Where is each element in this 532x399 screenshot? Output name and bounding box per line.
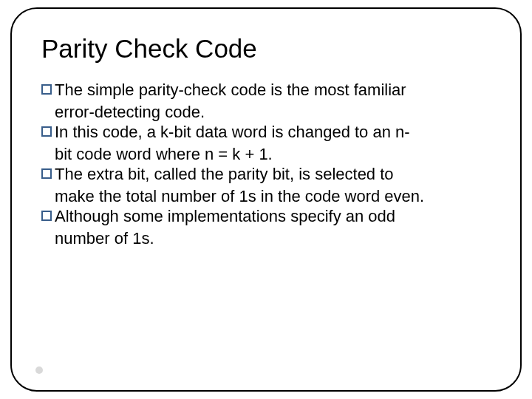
list-item: The extra bit, called the parity bit, is…	[41, 164, 491, 185]
list-item: Although some implementations specify an…	[41, 206, 491, 227]
bullet-continuation: error-detecting code.	[55, 102, 491, 123]
bullet-continuation: bit code word where n = k + 1.	[55, 144, 491, 165]
bullet-text: In this code, a k-bit data word is chang…	[55, 122, 491, 143]
slide-frame: Parity Check Code The simple parity-chec…	[10, 7, 522, 392]
bullet-continuation: make the total number of 1s in the code …	[55, 186, 491, 207]
list-item: The simple parity-check code is the most…	[41, 80, 491, 100]
bullet-text: Although some implementations specify an…	[55, 206, 491, 227]
bullet-text: The simple parity-check code is the most…	[55, 80, 491, 100]
bullet-text: The extra bit, called the parity bit, is…	[55, 164, 491, 185]
slide: Parity Check Code The simple parity-chec…	[0, 0, 532, 399]
slide-title: Parity Check Code	[41, 34, 491, 64]
square-bullet-icon	[41, 211, 52, 221]
page-indicator-icon	[35, 366, 43, 374]
bullet-continuation: number of 1s.	[55, 228, 491, 249]
list-item: In this code, a k-bit data word is chang…	[41, 122, 491, 143]
bullet-list: The simple parity-check code is the most…	[41, 80, 491, 248]
square-bullet-icon	[41, 168, 52, 179]
square-bullet-icon	[41, 126, 52, 137]
square-bullet-icon	[41, 84, 52, 95]
